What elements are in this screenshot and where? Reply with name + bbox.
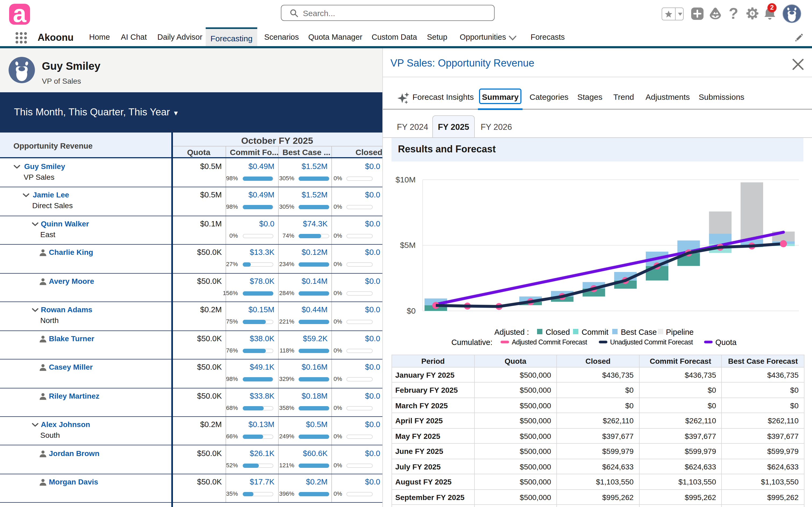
svg-text:$0: $0 — [407, 306, 416, 315]
svg-text:$10M: $10M — [396, 175, 416, 184]
svg-text:$5M: $5M — [400, 241, 416, 249]
